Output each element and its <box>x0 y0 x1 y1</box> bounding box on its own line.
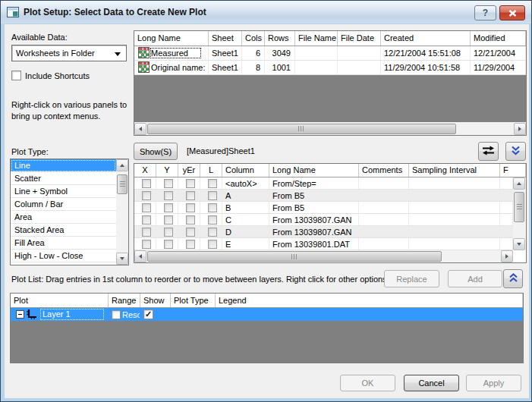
swap-columns-button[interactable] <box>478 142 499 161</box>
col-header-file-date[interactable]: File Date <box>338 31 381 46</box>
close-button[interactable] <box>499 5 525 20</box>
y-checkbox[interactable] <box>164 215 173 225</box>
available-data-dropdown[interactable]: Worksheets in Folder <box>11 45 127 61</box>
include-shortcuts-checkbox[interactable] <box>11 71 21 80</box>
column-row-e[interactable]: E From 13039801.DAT <box>134 238 513 250</box>
yer-checkbox[interactable] <box>186 240 195 249</box>
column-cell: B <box>222 202 269 213</box>
col-header-file-name[interactable]: File Name <box>295 31 338 46</box>
l-checkbox[interactable] <box>208 215 217 225</box>
scrollbar-thumb[interactable] <box>117 174 127 194</box>
col-header-modified[interactable]: Modified <box>471 31 526 46</box>
x-checkbox[interactable] <box>142 191 151 200</box>
expand-panel-button[interactable] <box>503 269 523 288</box>
plot-type-option-high-low-close[interactable]: High - Low - Close <box>11 250 116 262</box>
col-header-legend[interactable]: Legend <box>216 294 523 307</box>
help-button[interactable]: ? <box>474 5 496 20</box>
col-header-x[interactable]: X <box>134 164 156 177</box>
y-checkbox[interactable] <box>164 203 173 212</box>
column-row-b[interactable]: B From B5 <box>134 202 513 214</box>
scrollbar-thumb[interactable] <box>147 124 456 134</box>
yer-checkbox[interactable] <box>186 203 195 212</box>
l-checkbox[interactable] <box>208 240 217 249</box>
scroll-right-arrow[interactable] <box>501 250 513 262</box>
column-row-a[interactable]: A From B5 <box>134 190 513 202</box>
scrollbar-thumb[interactable] <box>514 192 524 222</box>
l-checkbox[interactable] <box>208 179 217 188</box>
yer-checkbox[interactable] <box>186 191 195 200</box>
scroll-left-arrow[interactable] <box>134 123 146 135</box>
plot-type-scrollbar[interactable] <box>116 159 128 265</box>
column-row-autox[interactable]: <autoX> From/Step= <box>134 177 513 190</box>
x-checkbox[interactable] <box>142 240 151 249</box>
x-checkbox[interactable] <box>142 179 151 188</box>
col-header-sampling-interval[interactable]: Sampling Interval <box>409 164 500 177</box>
worksheet-icon <box>138 61 150 74</box>
columns-table-vscrollbar[interactable] <box>513 177 526 250</box>
col-header-yer[interactable]: yEr <box>178 164 200 177</box>
y-checkbox[interactable] <box>164 191 173 200</box>
plot-type-option-column-bar[interactable]: Column / Bar <box>11 198 116 211</box>
col-header-sheet[interactable]: Sheet <box>209 31 242 46</box>
worksheet-row-measured[interactable]: Measured Sheet1 6 3049 12/21/2004 15:51:… <box>134 46 526 61</box>
plot-type-option-line-symbol[interactable]: Line + Symbol <box>11 185 116 198</box>
column-row-c[interactable]: C From 13039807.GAN <box>134 214 513 226</box>
scroll-up-arrow[interactable] <box>116 159 128 171</box>
scroll-down-arrow[interactable] <box>116 253 128 265</box>
yer-checkbox[interactable] <box>186 228 195 237</box>
apply-button[interactable]: Apply <box>466 375 521 391</box>
plot-type-option-scatter[interactable]: Scatter <box>11 172 116 185</box>
col-header-show[interactable]: Show <box>140 294 171 307</box>
yer-checkbox[interactable] <box>186 179 195 188</box>
y-checkbox[interactable] <box>164 179 173 188</box>
col-header-created[interactable]: Created <box>381 31 471 46</box>
scroll-right-arrow[interactable] <box>514 123 526 135</box>
y-checkbox[interactable] <box>164 240 173 249</box>
col-header-long-name[interactable]: Long Name <box>134 31 209 46</box>
column-row-d[interactable]: D From 13039807.GAN <box>134 226 513 238</box>
x-checkbox[interactable] <box>142 228 151 237</box>
col-header-y[interactable]: Y <box>156 164 178 177</box>
y-checkbox[interactable] <box>164 228 173 237</box>
scroll-left-arrow[interactable] <box>134 250 146 262</box>
col-header-plot-type[interactable]: Plot Type <box>171 294 216 307</box>
l-checkbox[interactable] <box>208 191 217 200</box>
col-header-rows[interactable]: Rows <box>265 31 295 46</box>
data-table-hscrollbar[interactable] <box>134 122 526 135</box>
titlebar[interactable]: Plot Setup: Select Data to Create New Pl… <box>1 1 531 24</box>
columns-table-hscrollbar[interactable] <box>134 250 513 262</box>
scroll-down-arrow[interactable] <box>513 238 525 250</box>
col-header-f[interactable]: F <box>500 164 526 177</box>
yer-checkbox[interactable] <box>186 215 195 225</box>
x-checkbox[interactable] <box>142 203 151 212</box>
replace-button[interactable]: Replace <box>384 270 439 287</box>
plot-type-option-fill-area[interactable]: Fill Area <box>11 237 116 250</box>
col-header-l[interactable]: L <box>200 164 222 177</box>
plot-type-option-line[interactable]: Line <box>11 159 116 172</box>
show-button[interactable]: Show(S) <box>134 143 178 160</box>
layer-name: Layer 1 <box>40 309 104 320</box>
collapse-node-icon[interactable] <box>16 310 24 319</box>
scroll-up-arrow[interactable] <box>513 177 525 190</box>
col-header-cols[interactable]: Cols <box>242 31 265 46</box>
plot-type-option-stacked-area[interactable]: Stacked Area <box>11 224 116 237</box>
cancel-button[interactable]: Cancel <box>404 375 459 391</box>
worksheet-row-original[interactable]: Original name: BO Sheet1 8 1001 11/29/20… <box>134 61 526 75</box>
col-header-range[interactable]: Range <box>109 294 140 307</box>
col-header-long-name[interactable]: Long Name <box>269 164 359 177</box>
col-header-plot[interactable]: Plot <box>11 294 109 307</box>
col-header-column[interactable]: Column <box>222 164 269 177</box>
layer-row[interactable]: Layer 1 Resca ✓ <box>11 308 523 321</box>
l-checkbox[interactable] <box>208 228 217 237</box>
show-checkbox[interactable]: ✓ <box>143 309 153 319</box>
l-checkbox[interactable] <box>208 203 217 212</box>
scrollbar-thumb[interactable] <box>147 251 442 262</box>
ok-button[interactable]: OK <box>340 375 395 391</box>
add-button[interactable]: Add <box>448 270 502 287</box>
col-header-comments[interactable]: Comments <box>359 164 409 177</box>
plot-type-option-area[interactable]: Area <box>11 211 116 224</box>
collapse-panel-button[interactable] <box>505 142 526 161</box>
sampling-interval-cell <box>409 226 500 237</box>
rescale-checkbox[interactable] <box>112 310 121 319</box>
x-checkbox[interactable] <box>142 215 151 225</box>
